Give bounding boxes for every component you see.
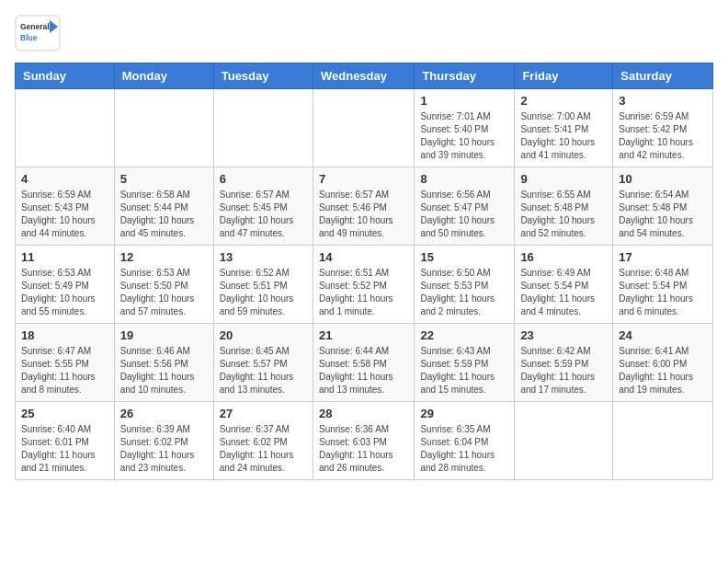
column-header-monday: Monday — [114, 63, 213, 89]
day-number: 27 — [220, 407, 307, 420]
calendar-cell: 4Sunrise: 6:59 AM Sunset: 5:43 PM Daylig… — [16, 167, 115, 246]
calendar-cell — [515, 402, 613, 480]
day-number: 11 — [21, 250, 108, 264]
calendar-cell: 21Sunrise: 6:44 AM Sunset: 5:58 PM Dayli… — [313, 324, 414, 402]
day-number: 19 — [120, 328, 208, 342]
day-number: 23 — [520, 328, 607, 342]
calendar-week-row: 18Sunrise: 6:47 AM Sunset: 5:55 PM Dayli… — [16, 324, 713, 402]
day-number: 17 — [619, 250, 707, 264]
calendar-cell: 17Sunrise: 6:48 AM Sunset: 5:54 PM Dayli… — [613, 246, 713, 324]
day-number: 4 — [21, 172, 108, 186]
day-number: 20 — [220, 328, 307, 342]
day-info: Sunrise: 6:44 AM Sunset: 5:58 PM Dayligh… — [319, 345, 408, 396]
calendar-cell: 22Sunrise: 6:43 AM Sunset: 5:59 PM Dayli… — [415, 324, 515, 402]
column-header-friday: Friday — [515, 63, 613, 89]
day-info: Sunrise: 6:45 AM Sunset: 5:57 PM Dayligh… — [220, 345, 307, 396]
calendar-table: SundayMondayTuesdayWednesdayThursdayFrid… — [15, 63, 713, 480]
day-info: Sunrise: 6:39 AM Sunset: 6:02 PM Dayligh… — [120, 423, 208, 475]
day-info: Sunrise: 6:48 AM Sunset: 5:54 PM Dayligh… — [619, 267, 707, 318]
calendar-cell: 3Sunrise: 6:59 AM Sunset: 5:42 PM Daylig… — [613, 89, 713, 167]
calendar-cell: 8Sunrise: 6:56 AM Sunset: 5:47 PM Daylig… — [415, 167, 515, 246]
day-info: Sunrise: 6:59 AM Sunset: 5:43 PM Dayligh… — [21, 189, 108, 240]
day-number: 15 — [420, 250, 508, 264]
day-info: Sunrise: 6:50 AM Sunset: 5:53 PM Dayligh… — [420, 267, 508, 318]
page-header: General Blue — [15, 15, 713, 52]
calendar-cell — [213, 89, 313, 167]
calendar-cell: 5Sunrise: 6:58 AM Sunset: 5:44 PM Daylig… — [114, 167, 213, 246]
calendar-cell: 9Sunrise: 6:55 AM Sunset: 5:48 PM Daylig… — [515, 167, 613, 246]
calendar-cell: 7Sunrise: 6:57 AM Sunset: 5:46 PM Daylig… — [313, 167, 414, 246]
day-number: 21 — [319, 328, 408, 342]
day-number: 26 — [120, 407, 208, 420]
calendar-cell: 25Sunrise: 6:40 AM Sunset: 6:01 PM Dayli… — [16, 402, 115, 480]
calendar-cell: 18Sunrise: 6:47 AM Sunset: 5:55 PM Dayli… — [16, 324, 115, 402]
day-number: 28 — [319, 407, 408, 420]
logo-svg: General Blue — [15, 15, 61, 52]
day-number: 10 — [619, 172, 707, 186]
day-info: Sunrise: 7:01 AM Sunset: 5:40 PM Dayligh… — [420, 110, 508, 162]
day-number: 6 — [220, 172, 307, 186]
calendar-cell: 29Sunrise: 6:35 AM Sunset: 6:04 PM Dayli… — [415, 402, 515, 480]
day-info: Sunrise: 6:42 AM Sunset: 5:59 PM Dayligh… — [520, 345, 607, 396]
day-number: 24 — [619, 328, 707, 342]
day-info: Sunrise: 6:36 AM Sunset: 6:03 PM Dayligh… — [319, 423, 408, 475]
column-header-tuesday: Tuesday — [213, 63, 313, 89]
day-info: Sunrise: 6:40 AM Sunset: 6:01 PM Dayligh… — [21, 423, 108, 475]
day-number: 8 — [420, 172, 508, 186]
svg-text:General: General — [20, 22, 50, 31]
calendar-week-row: 11Sunrise: 6:53 AM Sunset: 5:49 PM Dayli… — [16, 246, 713, 324]
calendar-cell: 1Sunrise: 7:01 AM Sunset: 5:40 PM Daylig… — [415, 89, 515, 167]
day-number: 16 — [520, 250, 607, 264]
day-number: 9 — [520, 172, 607, 186]
day-number: 12 — [120, 250, 208, 264]
day-info: Sunrise: 6:57 AM Sunset: 5:46 PM Dayligh… — [319, 189, 408, 240]
calendar-cell: 13Sunrise: 6:52 AM Sunset: 5:51 PM Dayli… — [213, 246, 313, 324]
calendar-cell: 14Sunrise: 6:51 AM Sunset: 5:52 PM Dayli… — [313, 246, 414, 324]
day-number: 18 — [21, 328, 108, 342]
day-info: Sunrise: 6:37 AM Sunset: 6:02 PM Dayligh… — [220, 423, 307, 475]
calendar-week-row: 25Sunrise: 6:40 AM Sunset: 6:01 PM Dayli… — [16, 402, 713, 480]
day-number: 25 — [21, 407, 108, 420]
logo: General Blue — [15, 15, 61, 52]
calendar-cell: 10Sunrise: 6:54 AM Sunset: 5:48 PM Dayli… — [613, 167, 713, 246]
column-header-saturday: Saturday — [613, 63, 713, 89]
day-number: 2 — [520, 94, 607, 108]
calendar-week-row: 4Sunrise: 6:59 AM Sunset: 5:43 PM Daylig… — [16, 167, 713, 246]
day-info: Sunrise: 6:53 AM Sunset: 5:49 PM Dayligh… — [21, 267, 108, 318]
column-header-thursday: Thursday — [415, 63, 515, 89]
calendar-cell: 24Sunrise: 6:41 AM Sunset: 6:00 PM Dayli… — [613, 324, 713, 402]
calendar-cell — [16, 89, 115, 167]
day-info: Sunrise: 7:00 AM Sunset: 5:41 PM Dayligh… — [520, 110, 607, 162]
day-number: 14 — [319, 250, 408, 264]
day-info: Sunrise: 6:41 AM Sunset: 6:00 PM Dayligh… — [619, 345, 707, 396]
day-info: Sunrise: 6:46 AM Sunset: 5:56 PM Dayligh… — [120, 345, 208, 396]
column-header-wednesday: Wednesday — [313, 63, 414, 89]
day-info: Sunrise: 6:35 AM Sunset: 6:04 PM Dayligh… — [420, 423, 508, 475]
day-number: 5 — [120, 172, 208, 186]
day-number: 1 — [420, 94, 508, 108]
calendar-cell: 19Sunrise: 6:46 AM Sunset: 5:56 PM Dayli… — [114, 324, 213, 402]
day-info: Sunrise: 6:53 AM Sunset: 5:50 PM Dayligh… — [120, 267, 208, 318]
calendar-week-row: 1Sunrise: 7:01 AM Sunset: 5:40 PM Daylig… — [16, 89, 713, 167]
calendar-cell: 16Sunrise: 6:49 AM Sunset: 5:54 PM Dayli… — [515, 246, 613, 324]
calendar-cell: 28Sunrise: 6:36 AM Sunset: 6:03 PM Dayli… — [313, 402, 414, 480]
svg-text:Blue: Blue — [20, 33, 38, 42]
day-number: 13 — [220, 250, 307, 264]
calendar-cell: 6Sunrise: 6:57 AM Sunset: 5:45 PM Daylig… — [213, 167, 313, 246]
calendar-cell — [114, 89, 213, 167]
day-info: Sunrise: 6:47 AM Sunset: 5:55 PM Dayligh… — [21, 345, 108, 396]
day-info: Sunrise: 6:49 AM Sunset: 5:54 PM Dayligh… — [520, 267, 607, 318]
calendar-cell: 20Sunrise: 6:45 AM Sunset: 5:57 PM Dayli… — [213, 324, 313, 402]
day-info: Sunrise: 6:59 AM Sunset: 5:42 PM Dayligh… — [619, 110, 707, 162]
day-info: Sunrise: 6:43 AM Sunset: 5:59 PM Dayligh… — [420, 345, 508, 396]
day-number: 3 — [619, 94, 707, 108]
calendar-cell: 23Sunrise: 6:42 AM Sunset: 5:59 PM Dayli… — [515, 324, 613, 402]
calendar-cell: 27Sunrise: 6:37 AM Sunset: 6:02 PM Dayli… — [213, 402, 313, 480]
day-number: 29 — [420, 407, 508, 420]
calendar-header-row: SundayMondayTuesdayWednesdayThursdayFrid… — [16, 63, 713, 89]
day-number: 22 — [420, 328, 508, 342]
calendar-cell: 15Sunrise: 6:50 AM Sunset: 5:53 PM Dayli… — [415, 246, 515, 324]
day-info: Sunrise: 6:52 AM Sunset: 5:51 PM Dayligh… — [220, 267, 307, 318]
calendar-cell: 26Sunrise: 6:39 AM Sunset: 6:02 PM Dayli… — [114, 402, 213, 480]
day-info: Sunrise: 6:55 AM Sunset: 5:48 PM Dayligh… — [520, 189, 607, 240]
